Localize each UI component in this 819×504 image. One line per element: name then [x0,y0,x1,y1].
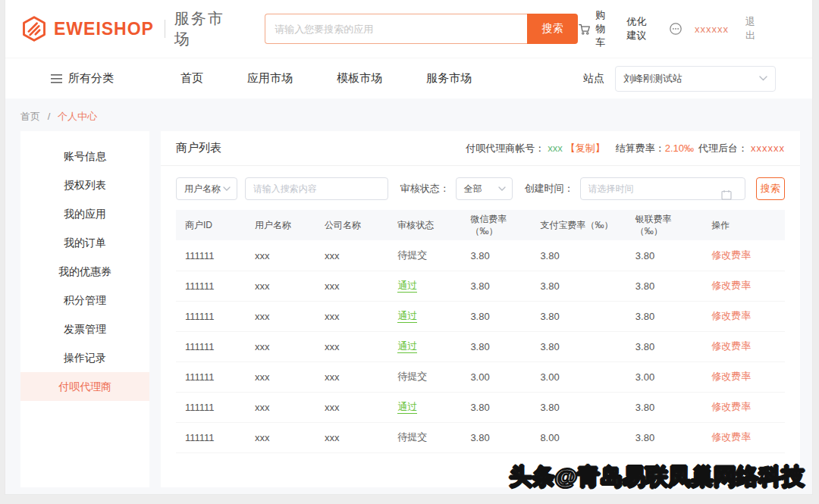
cart-link[interactable]: 购物车 [578,8,607,49]
status-select-value: 全部 [464,183,482,196]
copy-button[interactable]: 【复制】 [566,142,605,154]
keyword-input[interactable] [245,177,388,200]
settle-rate-label: 结算费率： [616,142,665,154]
sidebar-item[interactable]: 我的优惠券 [20,257,149,286]
message-link[interactable] [669,22,687,36]
cell-alipay: 3.80 [531,331,626,362]
hamburger-icon [51,74,68,83]
content-background: 首页 / 个人中心 账号信息授权列表我的应用我的订单我的优惠券积分管理发票管理操… [5,99,812,494]
table-row: 111111xxxxxx通过3.803.803.80修改费率 [176,271,785,301]
nav-link-0[interactable]: 首页 [180,71,203,86]
all-categories-label: 所有分类 [68,71,114,86]
content: 账号信息授权列表我的应用我的订单我的优惠券积分管理发票管理操作记录付呗代理商 商… [5,124,812,487]
eweishop-logo[interactable]: EWEISHOP [20,15,154,42]
sidebar-item[interactable]: 我的应用 [20,199,149,228]
cell-wechat: 3.80 [461,271,531,301]
nav-link-2[interactable]: 模板市场 [337,71,382,86]
cell-company: xxx [315,422,388,452]
modify-rate-link[interactable]: 修改费率 [711,280,751,291]
table-row: 111111xxxxxx通过3.803.803.80修改费率 [176,331,785,362]
search-field-value: 用户名称 [184,183,221,196]
column-header-wechat: 微信费率 （‰） [461,210,531,240]
modify-rate-link[interactable]: 修改费率 [711,371,751,382]
cell-unionpay: 3.80 [626,240,702,271]
nav-link-3[interactable]: 服务市场 [426,71,472,86]
cell-alipay: 8.00 [531,422,626,452]
sidebar-item[interactable]: 我的订单 [20,228,149,257]
sidebar-item[interactable]: 积分管理 [20,286,149,315]
table-row: 111111xxxxxx通过3.803.803.80修改费率 [176,392,785,422]
column-header-alipay: 支付宝费率（‰） [531,210,626,240]
cell-unionpay: 3.80 [626,331,702,362]
logout-link[interactable]: 退出 [745,15,758,42]
sidebar-item[interactable]: 账号信息 [20,142,149,171]
cell-unionpay: 3.80 [626,271,702,301]
topbar: EWEISHOP 服务市场 搜索 购物车 优化建议 [5,0,812,58]
search-field-select[interactable]: 用户名称 [176,177,237,200]
modify-rate-link[interactable]: 修改费率 [711,340,751,352]
status-passed[interactable]: 通过 [397,310,417,323]
cell-unionpay: 3.00 [626,362,702,392]
username-link[interactable]: xxxxxx [695,23,729,35]
cart-icon [578,23,595,36]
cell-wechat: 3.80 [461,301,531,331]
column-header-id: 商户ID [176,210,246,240]
cell-alipay: 3.80 [531,301,626,331]
topbar-right: 购物车 优化建议 xxxxxx 退出 [578,8,758,49]
page: EWEISHOP 服务市场 搜索 购物车 优化建议 [5,0,813,495]
agent-account-value: xxx [548,142,563,154]
breadcrumb: 首页 / 个人中心 [5,99,812,124]
breadcrumb-home[interactable]: 首页 [20,111,40,122]
cell-company: xxx [315,240,388,271]
app-search-input[interactable] [265,14,527,44]
cell-wechat: 3.80 [461,422,531,452]
site-select-value: 刘峰刚测试站 [623,72,682,86]
status-select[interactable]: 全部 [456,177,513,200]
cell-user: xxx [246,362,315,392]
column-header-action: 操作 [702,210,785,240]
sidebar-item[interactable]: 授权列表 [20,171,149,199]
brand-name: EWEISHOP [54,19,154,39]
cell-company: xxx [315,301,388,331]
table-body: 111111xxxxxx待提交3.803.803.80修改费率111111xxx… [176,240,785,452]
cell-id: 111111 [176,422,246,452]
cell-user: xxx [246,271,315,301]
modify-rate-link[interactable]: 修改费率 [711,401,751,412]
logo-hexagon-icon [20,15,48,42]
modify-rate-link[interactable]: 修改费率 [711,249,751,261]
date-picker [580,177,745,200]
merchant-list-card: 商户列表 付呗代理商帐号：xxx【复制】结算费率：2.10‰代理后台：xxxxx… [161,131,800,487]
sidebar-item[interactable]: 发票管理 [20,315,149,343]
app-search-button[interactable]: 搜索 [527,14,578,44]
cell-wechat: 3.00 [461,362,531,392]
suggest-link[interactable]: 优化建议 [626,15,651,42]
cell-company: xxx [315,271,388,301]
agent-account-label: 付呗代理商帐号： [466,142,544,154]
site-select[interactable]: 刘峰刚测试站 [615,66,776,92]
column-header-user: 用户名称 [246,210,315,240]
agent-backend-link[interactable]: xxxxxx [751,142,785,154]
sidebar: 账号信息授权列表我的应用我的订单我的优惠券积分管理发票管理操作记录付呗代理商 [20,131,149,487]
status-passed[interactable]: 通过 [397,401,417,414]
site-selector: 站点 刘峰刚测试站 [583,66,776,92]
cell-wechat: 3.80 [461,331,531,362]
sidebar-item[interactable]: 操作记录 [20,343,149,372]
filter-search-button[interactable]: 搜索 [756,177,785,200]
cell-unionpay: 3.80 [626,392,702,422]
nav-link-1[interactable]: 应用市场 [247,71,293,86]
cell-alipay: 3.00 [531,362,626,392]
status-filter-label: 审核状态： [400,182,450,196]
modify-rate-link[interactable]: 修改费率 [711,431,751,443]
status-pending: 待提交 [397,431,427,443]
sidebar-item[interactable]: 付呗代理商 [20,372,149,401]
cell-alipay: 3.80 [531,392,626,422]
status-passed[interactable]: 通过 [397,280,417,293]
settle-rate-value: 2.10‰ [665,142,694,154]
time-filter-label: 创建时间： [525,182,574,196]
status-passed[interactable]: 通过 [397,340,417,353]
all-categories-button[interactable]: 所有分类 [51,71,114,86]
cell-company: xxx [315,362,388,392]
nav-links: 首页应用市场模板市场服务市场 [180,71,516,86]
modify-rate-link[interactable]: 修改费率 [711,310,751,321]
cell-alipay: 3.80 [531,271,626,301]
